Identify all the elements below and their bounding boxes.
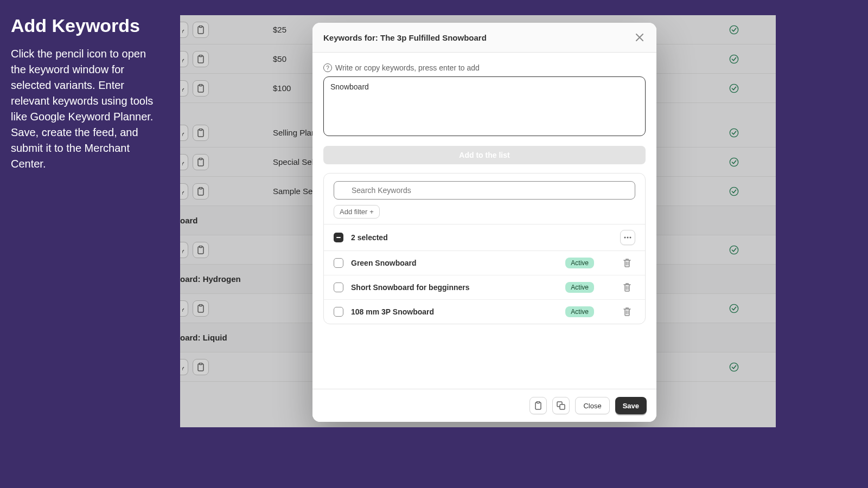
copy-button[interactable] — [552, 397, 570, 414]
status-badge: Active — [565, 258, 594, 268]
search-keywords-input[interactable] — [334, 181, 635, 200]
clipboard-button[interactable] — [529, 397, 547, 414]
keyword-list-panel: Add filter + 2 selected Green SnowboardA… — [323, 173, 646, 324]
plus-icon: + — [369, 208, 374, 216]
keyword-row: Short Snowboard for begginnersActive — [324, 275, 645, 300]
more-actions-button[interactable] — [620, 230, 635, 245]
modal-footer: Close Save — [312, 389, 656, 422]
modal-header: Keywords for: The 3p Fulfilled Snowboard — [312, 23, 656, 53]
svg-point-30 — [630, 237, 631, 239]
keyword-row: Green SnowboardActive — [324, 251, 645, 275]
svg-rect-34 — [560, 404, 565, 409]
keyword-checkbox[interactable] — [334, 307, 343, 317]
modal-title: Keywords for: The 3p Fulfilled Snowboard — [323, 33, 487, 42]
status-badge: Active — [565, 282, 594, 293]
indeterminate-checkbox[interactable] — [334, 233, 343, 242]
save-button[interactable]: Save — [615, 397, 647, 414]
keyword-checkbox[interactable] — [334, 282, 343, 292]
selection-summary-row: 2 selected — [324, 224, 645, 251]
trash-icon[interactable] — [623, 283, 631, 292]
keyword-name: Short Snowboard for begginners — [351, 283, 558, 292]
close-button[interactable]: Close — [575, 397, 609, 414]
svg-point-29 — [627, 237, 629, 239]
keyword-name: 108 mm 3P Snowboard — [351, 307, 558, 316]
keyword-row: 108 mm 3P SnowboardActive — [324, 300, 645, 324]
svg-rect-32 — [537, 402, 540, 403]
status-badge: Active — [565, 306, 594, 317]
keywords-modal: Keywords for: The 3p Fulfilled Snowboard… — [312, 23, 656, 422]
keywords-textarea[interactable] — [323, 76, 646, 136]
modal-body: ? Write or copy keywords, press enter to… — [312, 53, 656, 389]
instruction-body: Click the pencil icon to open the keywor… — [11, 46, 163, 172]
add-filter-button[interactable]: Add filter + — [334, 205, 380, 219]
trash-icon[interactable] — [623, 259, 631, 267]
textarea-label: ? Write or copy keywords, press enter to… — [323, 63, 646, 72]
help-icon[interactable]: ? — [323, 63, 332, 72]
app-background: $25$50$100Selling Plans SSpecial Selling… — [180, 15, 776, 427]
keyword-name: Green Snowboard — [351, 259, 558, 267]
add-to-list-button[interactable]: Add to the list — [323, 146, 646, 164]
selected-count: 2 selected — [351, 233, 388, 242]
keyword-checkbox[interactable] — [334, 258, 343, 268]
trash-icon[interactable] — [623, 307, 631, 316]
close-icon[interactable] — [634, 31, 646, 43]
instruction-panel: Add Keywords Click the pencil icon to op… — [11, 15, 163, 172]
instruction-title: Add Keywords — [11, 15, 163, 36]
svg-point-28 — [624, 237, 626, 239]
